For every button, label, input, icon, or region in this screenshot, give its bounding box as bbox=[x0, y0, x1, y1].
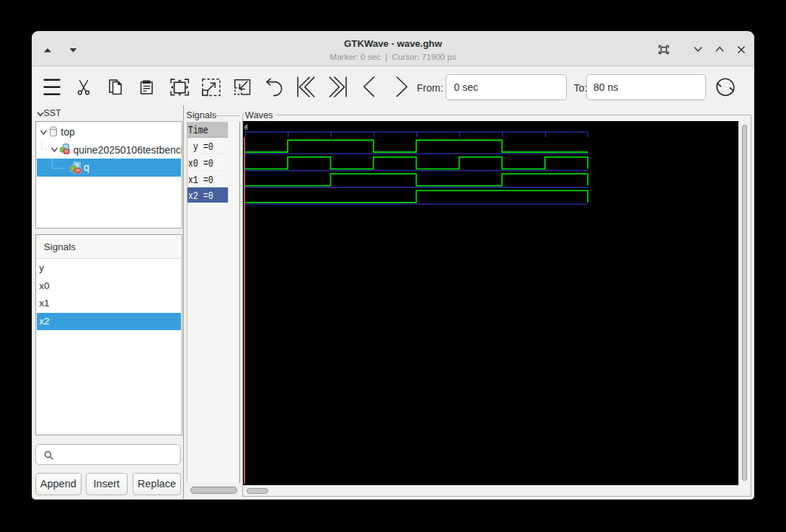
svg-text:0: 0 bbox=[244, 125, 247, 132]
